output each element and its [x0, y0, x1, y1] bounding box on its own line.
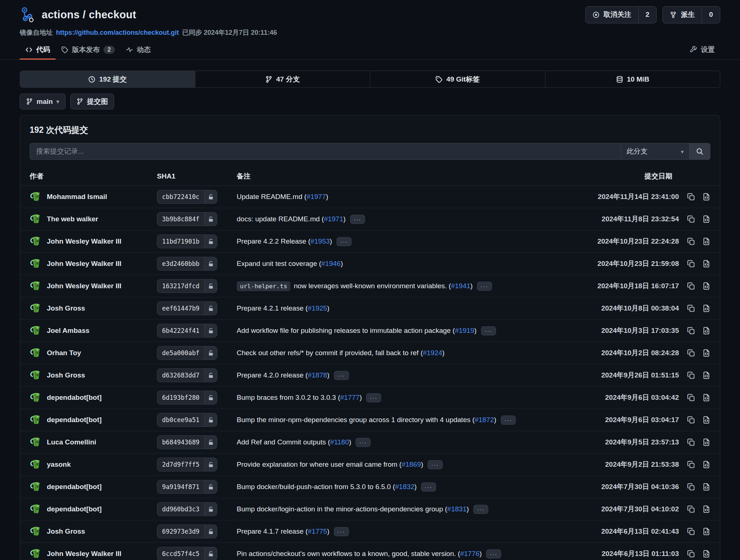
issue-link[interactable]: #1776 [460, 550, 480, 558]
branch-filter-select[interactable]: 此分支 ▾ [621, 143, 690, 160]
stat-tags[interactable]: 49 Git标签 [370, 71, 545, 87]
issue-link[interactable]: #1869 [402, 461, 421, 469]
browse-source-button[interactable] [702, 394, 710, 402]
commit-sha-link[interactable]: 6b42224f41 [157, 324, 217, 338]
avatar[interactable] [30, 503, 42, 515]
commit-author[interactable]: yasonk [30, 458, 157, 471]
copy-sha-button[interactable] [687, 394, 695, 402]
copy-sha-button[interactable] [687, 527, 695, 535]
copy-sha-button[interactable] [687, 461, 695, 469]
issue-link[interactable]: #1180 [330, 438, 349, 446]
expand-commit-button[interactable]: ··· [481, 326, 496, 335]
avatar[interactable] [30, 235, 42, 248]
browse-source-button[interactable] [702, 505, 710, 513]
commit-sha-link[interactable]: b684943689 [157, 435, 217, 449]
copy-sha-button[interactable] [687, 304, 695, 312]
tab-code[interactable]: 代码 [20, 41, 56, 60]
commit-author[interactable]: John Wesley Walker III [30, 280, 157, 292]
issue-link[interactable]: #1872 [475, 416, 494, 424]
avatar[interactable] [30, 458, 42, 471]
issue-link[interactable]: #1971 [324, 215, 343, 223]
commit-sha-link[interactable]: cbb722410c [157, 190, 217, 204]
expand-commit-button[interactable]: ··· [350, 215, 365, 224]
browse-source-button[interactable] [702, 416, 710, 424]
avatar[interactable] [30, 391, 42, 404]
issue-link[interactable]: #1878 [308, 371, 327, 379]
stat-size[interactable]: 10 MiB [545, 71, 720, 87]
branch-selector[interactable]: main ▾ [20, 94, 65, 109]
commit-author[interactable]: Josh Gross [30, 369, 157, 382]
expand-commit-button[interactable]: ··· [473, 505, 488, 514]
commit-graph-button[interactable]: 提交图 [70, 94, 114, 109]
expand-commit-button[interactable]: ··· [421, 482, 436, 492]
issue-link[interactable]: #1831 [447, 505, 467, 513]
expand-commit-button[interactable]: ··· [366, 393, 381, 402]
avatar[interactable] [30, 369, 42, 382]
copy-sha-button[interactable] [687, 371, 695, 379]
issue-link[interactable]: #1977 [307, 193, 326, 201]
expand-commit-button[interactable]: ··· [486, 549, 501, 559]
fork-button[interactable]: 派生 0 [662, 6, 720, 23]
copy-sha-button[interactable] [687, 193, 695, 201]
copy-sha-button[interactable] [687, 416, 695, 424]
avatar[interactable] [30, 302, 42, 315]
avatar[interactable] [30, 347, 42, 359]
fork-count[interactable]: 0 [702, 7, 720, 23]
avatar[interactable] [30, 525, 42, 538]
stat-commits[interactable]: 192 提交 [20, 71, 195, 87]
commit-sha-link[interactable]: 3b9b8c884f [157, 212, 217, 226]
commit-author[interactable]: Mohammad Ismail [30, 191, 157, 203]
copy-sha-button[interactable] [687, 327, 695, 335]
commit-author[interactable]: John Wesley Walker III [30, 548, 157, 560]
commit-sha-link[interactable]: d632683dd7 [157, 368, 217, 382]
avatar[interactable] [30, 481, 42, 493]
tab-activity[interactable]: 动态 [120, 41, 156, 60]
browse-source-button[interactable] [702, 371, 710, 379]
expand-commit-button[interactable]: ··· [477, 282, 492, 291]
commit-sha-link[interactable]: de5a000abf [157, 346, 217, 360]
issue-link[interactable]: #1924 [423, 349, 442, 357]
commit-author[interactable]: dependabot[bot] [30, 391, 157, 404]
commit-author[interactable]: John Wesley Walker III [30, 258, 157, 270]
commit-sha-link[interactable]: 9a9194f871 [157, 480, 217, 494]
copy-sha-button[interactable] [687, 550, 695, 558]
expand-commit-button[interactable]: ··· [334, 527, 349, 536]
browse-source-button[interactable] [702, 282, 710, 290]
browse-source-button[interactable] [702, 215, 710, 223]
search-input[interactable] [30, 143, 621, 160]
issue-link[interactable]: #1953 [311, 237, 330, 245]
expand-commit-button[interactable]: ··· [337, 237, 352, 246]
avatar[interactable] [30, 414, 42, 426]
commit-author[interactable]: dependabot[bot] [30, 481, 157, 493]
watch-button[interactable]: 取消关注 2 [585, 6, 657, 23]
commit-author[interactable]: Luca Comellini [30, 436, 157, 448]
stat-branches[interactable]: 47 分支 [195, 71, 370, 87]
browse-source-button[interactable] [702, 550, 710, 558]
avatar[interactable] [30, 280, 42, 292]
commit-author[interactable]: dependabot[bot] [30, 414, 157, 426]
commit-sha-link[interactable]: dd960bd3c3 [157, 502, 217, 516]
issue-link[interactable]: #1925 [308, 304, 327, 312]
copy-sha-button[interactable] [687, 215, 695, 223]
copy-sha-button[interactable] [687, 438, 695, 446]
tab-releases[interactable]: 版本发布 2 [56, 41, 120, 60]
commit-sha-link[interactable]: e3d2460bbb [157, 257, 217, 271]
browse-source-button[interactable] [702, 483, 710, 491]
watch-count[interactable]: 2 [638, 7, 657, 23]
browse-source-button[interactable] [702, 349, 710, 357]
copy-sha-button[interactable] [687, 282, 695, 290]
avatar[interactable] [30, 324, 42, 337]
expand-commit-button[interactable]: ··· [428, 460, 443, 469]
tab-settings[interactable]: 设置 [684, 41, 720, 60]
expand-commit-button[interactable]: ··· [334, 371, 349, 380]
copy-sha-button[interactable] [687, 483, 695, 491]
avatar[interactable] [30, 436, 42, 448]
avatar[interactable] [30, 548, 42, 560]
copy-sha-button[interactable] [687, 260, 695, 268]
avatar[interactable] [30, 213, 42, 225]
issue-link[interactable]: #1775 [308, 527, 327, 535]
browse-source-button[interactable] [702, 193, 710, 201]
browse-source-button[interactable] [702, 327, 710, 335]
browse-source-button[interactable] [702, 237, 710, 245]
issue-link[interactable]: #1777 [340, 394, 360, 402]
